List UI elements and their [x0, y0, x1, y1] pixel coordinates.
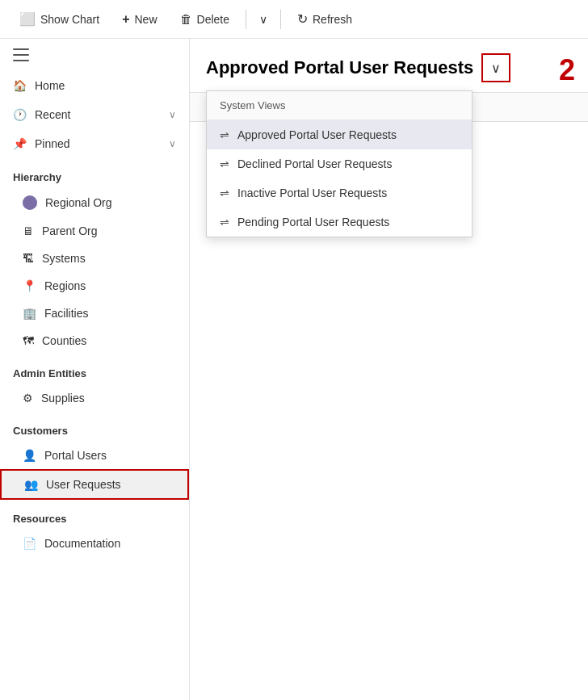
toolbar-divider [246, 10, 246, 29]
content-area: Approved Portal User Requests ∨ ✓ System… [190, 39, 588, 700]
section-header-resources: Resources [0, 500, 189, 530]
dropdown-menu-header: System Views [207, 91, 472, 120]
toolbar-divider2 [280, 10, 281, 29]
dropdown-item-approved-label: Approved Portal User Requests [237, 128, 397, 141]
counties-icon: 🗺 [23, 334, 34, 347]
dropdown-item-declined[interactable]: ⇌ Declined Portal User Requests [207, 149, 472, 178]
show-chart-icon: ⬜ [19, 11, 36, 27]
sidebar-toggle[interactable] [0, 39, 189, 71]
dropdown-item-declined-label: Declined Portal User Requests [237, 157, 392, 170]
facilities-icon: 🏢 [23, 307, 36, 320]
sidebar-item-supplies[interactable]: ⚙ Supplies [0, 384, 189, 412]
sidebar-item-parent-org[interactable]: 🖥 Parent Org [0, 217, 189, 245]
hamburger-icon [13, 48, 29, 61]
sidebar-item-regions[interactable]: 📍 Regions [0, 272, 189, 300]
page-title: Approved Portal User Requests [206, 57, 473, 78]
sidebar-item-documentation[interactable]: 📄 Documentation [0, 530, 189, 557]
refresh-button[interactable]: ↻ Refresh [288, 6, 362, 31]
new-plus-icon: + [122, 12, 129, 27]
systems-icon: 🏗 [23, 252, 34, 265]
sidebar-item-facilities[interactable]: 🏢 Facilities [0, 300, 189, 327]
facilities-label: Facilities [44, 307, 88, 320]
refresh-label: Refresh [313, 13, 352, 26]
view-icon-pending: ⇌ [220, 216, 229, 228]
view-icon-inactive: ⇌ [220, 187, 229, 199]
parent-org-icon: 🖥 [23, 224, 34, 237]
home-icon: 🏠 [13, 79, 27, 92]
sidebar-item-recent[interactable]: 🕐 Recent ∨ [0, 100, 189, 129]
counties-label: Counties [42, 334, 86, 347]
view-dropdown-toggle-button[interactable]: ∨ [481, 53, 510, 82]
home-label: Home [35, 79, 176, 92]
sidebar-item-pinned[interactable]: 📌 Pinned ∨ [0, 129, 189, 158]
show-chart-label: Show Chart [40, 13, 99, 26]
regional-org-label: Regional Org [45, 196, 112, 209]
show-chart-button[interactable]: ⬜ Show Chart [10, 6, 109, 31]
view-dropdown-menu: System Views ⇌ Approved Portal User Requ… [206, 90, 472, 237]
content-header: Approved Portal User Requests ∨ [190, 39, 588, 92]
sidebar-item-counties[interactable]: 🗺 Counties [0, 327, 189, 354]
regional-org-icon [23, 195, 37, 210]
documentation-label: Documentation [44, 537, 120, 550]
sidebar-item-regional-org[interactable]: Regional Org [0, 188, 189, 217]
user-requests-icon: 👥 [24, 478, 38, 491]
refresh-icon: ↻ [297, 11, 308, 27]
new-label: New [135, 13, 158, 26]
recent-icon: 🕐 [13, 108, 27, 121]
main-layout: 🏠 Home 🕐 Recent ∨ 📌 Pinned ∨ Hierarchy R… [0, 39, 588, 700]
sidebar-item-user-requests[interactable]: 👥 User Requests [0, 469, 189, 500]
sidebar-item-portal-users[interactable]: 👤 Portal Users [0, 442, 189, 469]
sidebar: 🏠 Home 🕐 Recent ∨ 📌 Pinned ∨ Hierarchy R… [0, 39, 190, 700]
parent-org-label: Parent Org [42, 224, 97, 237]
delete-button[interactable]: 🗑 Delete [170, 7, 239, 31]
systems-label: Systems [42, 252, 86, 265]
section-header-hierarchy: Hierarchy [0, 158, 189, 188]
toolbar: ⬜ Show Chart + New 🗑 Delete ∨ ↻ Refresh [0, 0, 588, 39]
user-requests-label: User Requests [46, 478, 121, 491]
badge-number: 2 [559, 53, 575, 87]
dropdown-item-pending[interactable]: ⇌ Pending Portal User Requests [207, 207, 472, 237]
dropdown-item-inactive-label: Inactive Portal User Requests [237, 187, 387, 199]
documentation-icon: 📄 [23, 537, 36, 550]
section-header-admin-entities: Admin Entities [0, 354, 189, 384]
chevron-down-icon: ∨ [259, 13, 267, 26]
section-header-customers: Customers [0, 412, 189, 442]
supplies-icon: ⚙ [23, 392, 33, 404]
toolbar-more-button[interactable]: ∨ [253, 8, 274, 31]
delete-icon: 🗑 [180, 12, 192, 26]
supplies-label: Supplies [41, 392, 85, 404]
dropdown-item-approved[interactable]: ⇌ Approved Portal User Requests [207, 120, 472, 149]
dropdown-item-pending-label: Pending Portal User Requests [237, 216, 389, 228]
portal-users-label: Portal Users [44, 449, 107, 462]
pinned-icon: 📌 [13, 137, 27, 150]
regions-label: Regions [44, 279, 86, 292]
sidebar-item-home[interactable]: 🏠 Home [0, 71, 189, 100]
recent-chevron-icon: ∨ [169, 109, 176, 120]
view-icon-approved: ⇌ [220, 128, 229, 141]
sidebar-item-systems[interactable]: 🏗 Systems [0, 245, 189, 272]
pinned-chevron-icon: ∨ [169, 138, 176, 149]
dropdown-item-inactive[interactable]: ⇌ Inactive Portal User Requests [207, 178, 472, 207]
new-button[interactable]: + New [112, 7, 166, 31]
pinned-label: Pinned [35, 137, 161, 150]
regions-icon: 📍 [23, 279, 36, 292]
recent-label: Recent [35, 108, 161, 121]
chevron-down-icon: ∨ [491, 61, 501, 76]
delete-label: Delete [197, 13, 229, 26]
view-icon-declined: ⇌ [220, 157, 229, 170]
portal-users-icon: 👤 [23, 449, 36, 462]
